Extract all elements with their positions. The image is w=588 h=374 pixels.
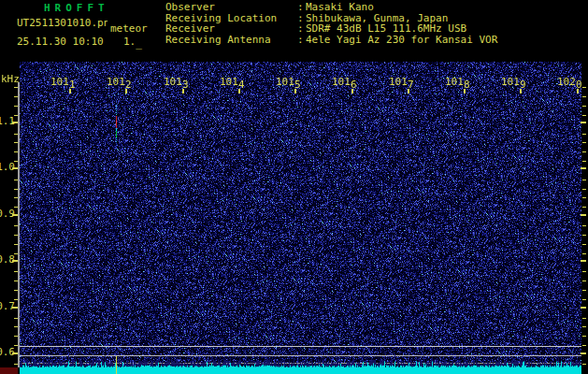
- tick-mark: [582, 207, 586, 208]
- tick-mark: [582, 290, 586, 291]
- x-axis-label: 1018: [445, 77, 470, 87]
- tick-mark: [582, 189, 586, 190]
- tick-mark: [182, 89, 184, 94]
- x-axis-label: 1019: [501, 77, 526, 87]
- tick-mark: [69, 89, 71, 94]
- tick-mark: [14, 180, 18, 180]
- tick-mark: [581, 214, 586, 216]
- tick-mark: [12, 122, 18, 123]
- tick-mark: [582, 244, 586, 245]
- tick-mark: [14, 106, 18, 107]
- tick-mark: [520, 89, 522, 94]
- x-axis-label: 1015: [276, 77, 301, 87]
- metadata-row: Receiver:SDR# 43dB L15 111.6MHz USB: [165, 23, 215, 34]
- tick-mark: [582, 326, 586, 327]
- tick-mark: [14, 253, 18, 254]
- output-filename-row: UT2511301010.png: [17, 18, 108, 28]
- tick-mark: [14, 280, 18, 281]
- tick-mark: [582, 280, 586, 281]
- tick-mark: [14, 326, 18, 327]
- tick-mark: [14, 151, 18, 152]
- tick-mark: [582, 235, 586, 236]
- tick-mark: [582, 142, 586, 143]
- x-axis-label: 1020: [557, 77, 582, 87]
- metadata-row: Observer:Masaki Kano: [165, 2, 215, 12]
- tick-mark: [14, 336, 18, 337]
- tick-mark: [12, 352, 18, 354]
- tick-mark: [14, 271, 18, 272]
- hrofft-window: HROFFT UT2511301010.png meteor 25.11.30 …: [0, 0, 588, 374]
- x-axis-label: 1013: [164, 77, 189, 87]
- tick-mark: [14, 197, 18, 198]
- metadata-colon: :: [297, 23, 304, 34]
- observation-name: meteor: [110, 23, 148, 34]
- text-cursor: _: [136, 37, 142, 50]
- tick-mark: [582, 134, 586, 135]
- tick-mark: [12, 260, 18, 262]
- tick-mark: [14, 161, 18, 162]
- output-filename: UT2511301010.png: [17, 18, 108, 28]
- tick-mark: [14, 115, 18, 116]
- tick-mark: [408, 89, 409, 94]
- tick-mark: [582, 364, 586, 365]
- tick-mark: [14, 299, 18, 300]
- metadata-colon: :: [297, 2, 304, 12]
- counter-row: 1._: [123, 36, 142, 47]
- tick-mark: [238, 89, 240, 94]
- tick-mark: [582, 87, 586, 88]
- tick-mark: [581, 352, 586, 354]
- tick-mark: [582, 253, 586, 254]
- tick-mark: [582, 180, 586, 180]
- y-axis-line: [18, 82, 20, 367]
- datetime-row: 25.11.30 10:10: [17, 36, 104, 47]
- tick-mark: [582, 271, 586, 272]
- metadata-value: 4ele Yagi Az 230 for Kansai VOR: [306, 35, 497, 45]
- tick-mark: [12, 307, 18, 309]
- tick-mark: [581, 307, 586, 309]
- x-axis-label: 1012: [107, 77, 132, 87]
- tick-mark: [464, 89, 466, 94]
- tick-mark: [577, 89, 579, 94]
- tick-mark: [14, 364, 18, 365]
- tick-mark: [582, 151, 586, 152]
- tick-mark: [582, 299, 586, 300]
- tick-mark: [14, 207, 18, 208]
- x-axis-label: 1011: [50, 77, 76, 87]
- tick-mark: [14, 318, 18, 319]
- tick-mark: [582, 318, 586, 319]
- tick-mark: [581, 260, 586, 262]
- x-axis-label: 1017: [389, 77, 414, 87]
- tick-mark: [581, 167, 586, 169]
- tick-mark: [14, 225, 18, 226]
- metadata-colon: :: [297, 35, 304, 45]
- tick-mark: [294, 89, 296, 94]
- tick-mark: [582, 345, 586, 346]
- tick-mark: [12, 167, 18, 169]
- tick-mark: [14, 244, 18, 245]
- metadata-value: SDR# 43dB L15 111.6MHz USB: [306, 23, 466, 34]
- app-title: HROFFT: [44, 3, 109, 13]
- tick-mark: [14, 189, 18, 190]
- metadata-row: Receiving Antenna:4ele Yagi Az 230 for K…: [165, 35, 271, 45]
- tick-mark: [582, 225, 586, 226]
- tick-mark: [582, 197, 586, 198]
- tick-mark: [14, 142, 18, 143]
- tick-mark: [14, 134, 18, 135]
- x-axis-label: 1016: [332, 77, 357, 87]
- tick-mark: [582, 115, 586, 116]
- tick-mark: [351, 89, 353, 94]
- tick-mark: [582, 336, 586, 337]
- tick-mark: [582, 96, 586, 97]
- tick-mark: [12, 214, 18, 216]
- x-axis-label: 1014: [220, 77, 245, 87]
- metadata-label: Receiving Antenna: [165, 34, 271, 46]
- tick-mark: [582, 161, 586, 162]
- corner-block: [0, 367, 18, 374]
- tick-mark: [14, 96, 18, 97]
- tick-mark: [14, 290, 18, 291]
- metadata-value: Masaki Kano: [306, 2, 374, 12]
- tick-mark: [14, 87, 18, 88]
- page-counter: 1.: [123, 36, 136, 48]
- spectrogram-canvas: [20, 62, 581, 374]
- tick-mark: [14, 235, 18, 236]
